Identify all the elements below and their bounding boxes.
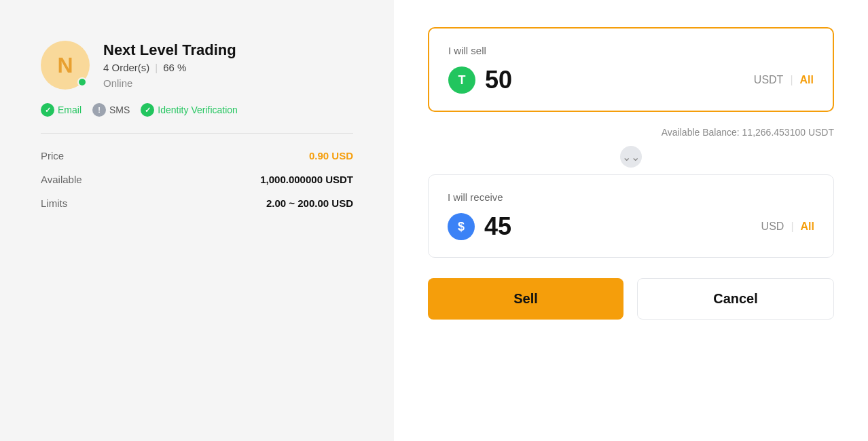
sell-pipe: |: [790, 74, 793, 86]
trader-stats: 4 Order(s) | 66 %: [103, 62, 236, 73]
swap-icon: ⌄⌄: [620, 146, 642, 168]
receive-card: I will receive $ 45 USD | All: [428, 174, 834, 258]
limits-value: 2.00 ~ 200.00 USD: [266, 197, 353, 209]
receive-amount-row: $ 45 USD | All: [448, 212, 814, 241]
trader-name: Next Level Trading: [103, 41, 236, 59]
separator: [41, 133, 353, 134]
sell-amount-left: T 50: [448, 66, 512, 94]
receive-currency: USD: [761, 220, 784, 233]
sms-badge: ! SMS: [92, 103, 130, 117]
available-value: 1,000.000000 USDT: [260, 174, 353, 185]
completion-rate: 66 %: [163, 62, 186, 73]
usd-coin-icon: $: [448, 213, 475, 240]
middle-section: Available Balance: 11,266.453100 USDT ⌄⌄: [428, 112, 834, 174]
receive-all-link[interactable]: All: [801, 220, 814, 233]
sms-label: SMS: [109, 104, 130, 115]
sell-card: I will sell T 50 USDT | All: [428, 27, 834, 112]
verification-row: ✓ Email ! SMS ✓ Identity Verification: [41, 103, 353, 117]
usdt-coin-icon: T: [448, 66, 475, 94]
identity-badge: ✓ Identity Verification: [141, 103, 238, 117]
receive-amount: 45: [484, 212, 511, 241]
email-badge: ✓ Email: [41, 103, 82, 117]
email-label: Email: [58, 104, 82, 115]
sell-currency: USDT: [754, 74, 784, 86]
sell-amount: 50: [485, 66, 512, 94]
price-row: Price 0.90 USD: [41, 150, 353, 161]
receive-card-label: I will receive: [448, 191, 814, 203]
price-label: Price: [41, 150, 64, 161]
trader-info: Next Level Trading 4 Order(s) | 66 % Onl…: [103, 41, 236, 89]
avatar-container: N: [41, 41, 90, 90]
sell-amount-right: USDT | All: [754, 74, 814, 86]
left-panel: N Next Level Trading 4 Order(s) | 66 % O…: [0, 0, 394, 441]
available-balance: Available Balance: 11,266.453100 USDT: [662, 119, 834, 146]
receive-pipe: |: [791, 220, 793, 233]
limits-label: Limits: [41, 197, 67, 209]
sell-all-link[interactable]: All: [800, 74, 814, 86]
right-panel: I will sell T 50 USDT | All Available Ba…: [394, 0, 868, 441]
receive-amount-right: USD | All: [761, 220, 814, 233]
limits-row: Limits 2.00 ~ 200.00 USD: [41, 197, 353, 209]
email-check-icon: ✓: [41, 103, 54, 117]
sell-amount-row: T 50 USDT | All: [448, 66, 814, 94]
trader-status: Online: [103, 77, 236, 89]
online-dot: [77, 77, 87, 87]
available-row: Available 1,000.000000 USDT: [41, 174, 353, 185]
sell-card-label: I will sell: [448, 45, 814, 56]
available-label: Available: [41, 174, 82, 185]
price-value: 0.90 USD: [309, 150, 353, 161]
cancel-button[interactable]: Cancel: [637, 278, 834, 320]
receive-amount-left: $ 45: [448, 212, 511, 241]
stats-divider: |: [155, 62, 158, 73]
sms-warn-icon: !: [92, 103, 106, 117]
orders-count: 4 Order(s): [103, 62, 149, 73]
buttons-row: Sell Cancel: [428, 278, 834, 320]
trader-header: N Next Level Trading 4 Order(s) | 66 % O…: [41, 41, 353, 90]
sell-button[interactable]: Sell: [428, 278, 623, 320]
identity-check-icon: ✓: [141, 103, 154, 117]
identity-label: Identity Verification: [158, 104, 238, 115]
